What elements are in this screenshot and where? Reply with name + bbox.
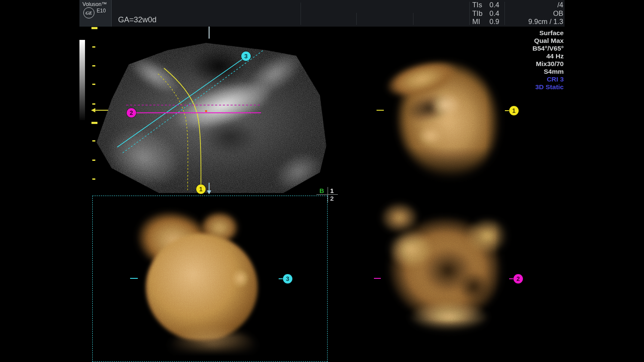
plane2-axis-tick <box>374 278 381 279</box>
origin-dot <box>205 110 207 112</box>
plane2-marker-bmode[interactable]: 2 <box>127 108 136 118</box>
plane3-line-solid[interactable] <box>117 57 246 147</box>
plane1-line-dashed[interactable] <box>158 74 188 190</box>
plane1-marker-bmode[interactable]: 1 <box>196 184 206 194</box>
title-bar: Voluson™ GE E10 GA=32w0d TIs0.4 TIb0.4 M… <box>79 0 565 27</box>
brand-box: Voluson™ GE E10 <box>79 0 112 27</box>
plane3-marker-render[interactable]: 3 <box>283 274 292 284</box>
acoustic-output-readout: TIs0.4 TIb0.4 MI0.9 <box>472 1 499 26</box>
depth-frequency-readout: 9.9cm / 1.3 <box>528 18 563 26</box>
quad-cell-b: B <box>319 187 324 194</box>
quadrant-plane-1[interactable] <box>374 27 515 194</box>
setting-quality: Qual Max <box>532 37 564 45</box>
setting-volume-angle: B54°/V65° <box>532 45 564 52</box>
tib-readout: TIb0.4 <box>472 9 499 18</box>
preset-readout: OB <box>528 9 563 18</box>
indicator-divider <box>328 187 328 202</box>
bar-divider <box>469 2 470 25</box>
plane-annotation-overlay <box>86 27 331 194</box>
tis-readout: TIs0.4 <box>472 1 499 9</box>
setting-mix: Mix30/70 <box>532 60 564 68</box>
indicator-divider <box>316 194 338 195</box>
bar-divider <box>301 3 301 25</box>
bar-divider <box>413 13 413 25</box>
quad-cell-2: 2 <box>330 195 334 202</box>
plane1-line-solid[interactable] <box>164 68 201 184</box>
ge-logo-icon: GE <box>83 7 94 18</box>
setting-cri: CRI 3 <box>532 75 564 83</box>
mi-readout: MI0.9 <box>472 18 499 26</box>
plane3-marker-bmode[interactable]: 3 <box>241 51 251 61</box>
setting-frame-rate: 44 Hz <box>532 52 564 60</box>
plane1-marker-render[interactable]: 1 <box>509 106 519 115</box>
gestational-age-readout: GA=32w0d <box>118 15 157 24</box>
model-text: E10 <box>97 8 106 14</box>
setting-slice-thickness: S4mm <box>532 68 564 75</box>
quadrant-b-plane[interactable]: 3 2 1 <box>86 27 331 194</box>
speckle-noise <box>373 195 519 345</box>
plane1-axis-tick <box>377 110 384 111</box>
quad-cell-1: 1 <box>330 187 334 194</box>
bar-divider <box>356 13 357 25</box>
setting-acquisition-mode: 3D Static <box>532 83 564 91</box>
speckle-noise <box>374 27 515 194</box>
brand-text: Voluson™ <box>82 1 107 7</box>
direction-arrow-icon <box>207 190 211 194</box>
plane3-axis-tick <box>130 278 138 279</box>
bar-divider <box>504 2 505 25</box>
exam-info-readout: /4 OB 9.9cm / 1.3 <box>528 1 563 26</box>
page-readout: /4 <box>528 1 563 9</box>
grayscale-map-bar <box>79 40 85 120</box>
plane2-marker-render[interactable]: 2 <box>513 274 523 284</box>
setting-render-mode: Surface <box>532 29 564 37</box>
render-settings-list: Surface Qual Max B54°/V65° 44 Hz Mix30/7… <box>532 29 564 91</box>
sector-apex-marker <box>209 27 210 39</box>
quadrant-plane-2[interactable] <box>373 195 519 345</box>
